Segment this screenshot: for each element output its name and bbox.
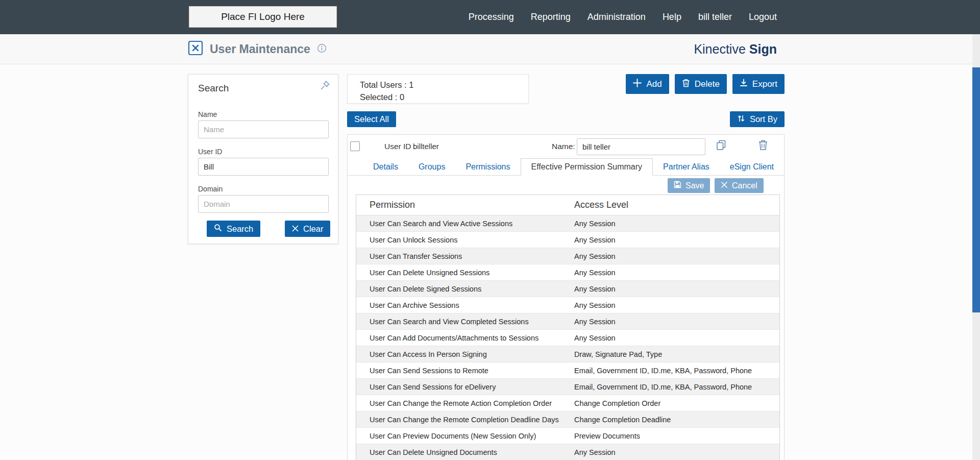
pin-icon[interactable] [320, 80, 331, 92]
search-button-label: Search [227, 224, 253, 234]
page-header: User Maintenance Kinective Sign [0, 34, 980, 64]
access-level-cell: Preview Documents [574, 432, 640, 440]
table-row: User Can Archive SessionsAny Session [356, 297, 779, 313]
nav-current-user[interactable]: bill teller [698, 12, 732, 22]
tab-esign-client[interactable]: eSign Client [720, 158, 784, 175]
table-row: User Can Delete Unsigned DocumentsAny Se… [356, 444, 779, 460]
permissions-table-body: User Can Search and View Active Sessions… [356, 215, 779, 460]
permission-cell: User Can Delete Unsigned Documents [356, 448, 574, 456]
user-record-card: User ID : billteller Name:* Details Grou… [347, 134, 785, 460]
user-id-field-label: User ID [198, 148, 222, 156]
tab-partner-alias[interactable]: Partner Alias [653, 158, 720, 175]
table-row: User Can Change the Remote Action Comple… [356, 395, 779, 411]
cancel-button-label: Cancel [732, 181, 757, 190]
permission-column-header: Permission [356, 200, 574, 210]
nav-processing[interactable]: Processing [469, 12, 514, 22]
access-level-cell: Any Session [574, 318, 616, 326]
trash-icon [682, 79, 690, 90]
select-all-button[interactable]: Select All [347, 111, 396, 127]
name-field-label: Name [198, 110, 217, 118]
sort-arrows-icon [737, 114, 745, 125]
save-button[interactable]: Save [668, 178, 710, 193]
delete-user-button[interactable]: Delete [675, 74, 727, 94]
table-row: User Can Search and View Active Sessions… [356, 215, 779, 232]
add-button-label: Add [646, 79, 662, 89]
save-floppy-icon [674, 181, 681, 190]
user-tabs: Details Groups Permissions Effective Per… [348, 158, 784, 176]
permission-cell: User Can Transfer Sessions [356, 252, 574, 260]
export-button-label: Export [752, 79, 777, 89]
search-panel: Search Name User ID Domain Search Clear [188, 74, 338, 244]
table-row: User Can Access In Person SigningDraw, S… [356, 346, 779, 362]
domain-field-label: Domain [198, 185, 223, 193]
permission-cell: User Can Unlock Sessions [356, 236, 574, 244]
user-select-checkbox[interactable] [350, 141, 360, 151]
access-level-cell: Any Session [574, 334, 616, 342]
nav-help[interactable]: Help [663, 12, 681, 22]
permission-cell: User Can Access In Person Signing [356, 350, 574, 358]
fi-logo-placeholder: Place FI Logo Here [188, 5, 338, 29]
permission-cell: User Can Send Sessions to Remote [356, 367, 574, 375]
page-title: User Maintenance [210, 42, 310, 56]
access-level-cell: Any Session [574, 252, 616, 260]
sort-by-button[interactable]: Sort By [730, 111, 785, 127]
download-icon [740, 79, 748, 89]
export-button[interactable]: Export [732, 74, 785, 94]
nav-reporting[interactable]: Reporting [531, 12, 571, 22]
fi-logo-text: Place FI Logo Here [221, 11, 305, 22]
sort-by-label: Sort By [750, 114, 777, 124]
total-users-count: Total Users : 1 [360, 79, 528, 91]
name-search-input[interactable] [198, 120, 329, 138]
brand-name-bold: Sign [749, 42, 777, 57]
table-row: User Can Preview Documents (New Session … [356, 428, 779, 444]
permission-cell: User Can Delete Unsigned Sessions [356, 269, 574, 277]
save-button-label: Save [685, 181, 704, 190]
user-name-input[interactable] [577, 138, 705, 155]
clear-button[interactable]: Clear [285, 221, 330, 237]
permission-cell: User Can Search and View Active Sessions [356, 220, 574, 228]
table-row: User Can Search and View Completed Sessi… [356, 313, 779, 330]
table-row: User Can Send Sessions for eDeliveryEmai… [356, 379, 779, 395]
delete-user-row-icon[interactable] [757, 139, 769, 153]
user-id-search-input[interactable] [198, 158, 329, 176]
permission-cell: User Can Change the Remote Action Comple… [356, 399, 574, 407]
permission-cell: User Can Search and View Completed Sessi… [356, 318, 574, 326]
user-id-value: billteller [413, 142, 439, 151]
table-row: User Can Send Sessions to RemoteEmail, G… [356, 362, 779, 379]
access-level-cell: Change Completion Order [574, 399, 660, 407]
plus-icon [633, 79, 642, 90]
tab-groups[interactable]: Groups [408, 158, 455, 175]
permission-cell: User Can Change the Remote Completion De… [356, 416, 574, 424]
search-button[interactable]: Search [207, 221, 260, 237]
permission-cell: User Can Delete Signed Sessions [356, 285, 574, 293]
tab-permissions[interactable]: Permissions [455, 158, 520, 175]
scrollbar-thumb[interactable] [972, 67, 980, 312]
search-icon [214, 224, 222, 234]
search-panel-title: Search [198, 83, 229, 94]
table-row: User Can Delete Signed SessionsAny Sessi… [356, 281, 779, 297]
permission-cell: User Can Add Documents/Attachments to Se… [356, 334, 574, 342]
access-level-cell: Any Session [574, 301, 616, 309]
cancel-button[interactable]: Cancel [715, 178, 764, 193]
tab-effective-permission-summary[interactable]: Effective Permission Summary [521, 158, 653, 176]
vertical-scrollbar[interactable] [972, 34, 980, 460]
access-level-cell: Email, Government ID, ID.me, KBA, Passwo… [574, 367, 752, 375]
access-level-cell: Any Session [574, 236, 616, 244]
add-user-button[interactable]: Add [626, 74, 669, 94]
access-level-cell: Any Session [574, 269, 616, 277]
table-row: User Can Transfer SessionsAny Session [356, 248, 779, 264]
tab-details[interactable]: Details [363, 158, 408, 175]
domain-search-input[interactable] [198, 195, 329, 213]
clear-button-label: Clear [303, 224, 323, 234]
nav-administration[interactable]: Administration [587, 12, 646, 22]
table-header-row: Permission Access Level [356, 195, 779, 215]
user-id-label: User ID : [384, 142, 415, 151]
info-icon[interactable] [317, 43, 327, 55]
clear-x-icon [292, 224, 299, 234]
permission-cell: User Can Archive Sessions [356, 301, 574, 309]
table-row: User Can Add Documents/Attachments to Se… [356, 330, 779, 346]
copy-user-button[interactable] [715, 139, 727, 153]
nav-logout[interactable]: Logout [749, 12, 777, 22]
table-row: User Can Unlock SessionsAny Session [356, 232, 779, 248]
brand-logo: Kinective Sign [694, 34, 777, 64]
